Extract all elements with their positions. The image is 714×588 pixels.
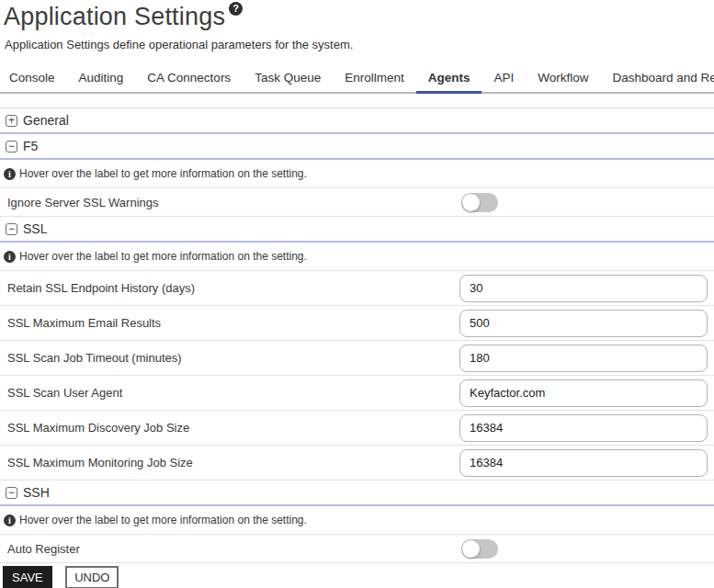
toggle-knob xyxy=(462,540,480,558)
setting-row-ssl-maximum-discovery-job-size: SSL Maximum Discovery Job Size xyxy=(0,411,714,446)
setting-control xyxy=(459,539,709,559)
tab-bar: ConsoleAuditingCA ConnectorsTask QueueEn… xyxy=(0,63,714,94)
tab-api[interactable]: API xyxy=(482,63,526,92)
setting-label-ssl-maximum-discovery-job-size: SSL Maximum Discovery Job Size xyxy=(7,421,459,435)
section-info-ssh: iHover over the label to get more inform… xyxy=(0,506,714,535)
section-header-ssl[interactable]: −SSL xyxy=(0,217,714,243)
info-icon: i xyxy=(4,251,16,263)
setting-label-ssl-scan-user-agent: SSL Scan User Agent xyxy=(7,386,459,400)
section-info-ssl: iHover over the label to get more inform… xyxy=(0,243,714,271)
save-button[interactable]: SAVE xyxy=(3,566,52,588)
input-ssl-maximum-discovery-job-size[interactable] xyxy=(459,414,708,442)
setting-label-ignore-server-ssl-warnings: Ignore Server SSL Warnings xyxy=(7,196,459,209)
tab-ca-connectors[interactable]: CA Connectors xyxy=(135,63,243,92)
toggle-ignore-server-ssl-warnings[interactable] xyxy=(461,193,498,212)
footer-actions: SAVE UNDO xyxy=(0,563,714,588)
tab-dashboard-and-reports[interactable]: Dashboard and Reports xyxy=(601,63,714,92)
setting-control xyxy=(459,414,709,442)
setting-label-auto-register: Auto Register xyxy=(7,542,459,556)
help-icon[interactable]: ? xyxy=(229,2,243,16)
page-title: Application Settings xyxy=(4,3,225,31)
toggle-auto-register[interactable] xyxy=(461,539,498,559)
section-title-ssh: SSH xyxy=(23,485,50,500)
section-title-ssl: SSL xyxy=(23,221,47,236)
info-text: Hover over the label to get more informa… xyxy=(19,514,307,526)
section-header-ssh[interactable]: −SSH xyxy=(0,481,714,506)
info-text: Hover over the label to get more informa… xyxy=(19,250,307,263)
collapse-icon[interactable]: − xyxy=(6,487,17,499)
section-header-general[interactable]: +General xyxy=(0,108,714,134)
input-ssl-maximum-email-results[interactable] xyxy=(459,310,708,337)
section-title-f5: F5 xyxy=(23,139,38,153)
setting-row-ssl-maximum-monitoring-job-size: SSL Maximum Monitoring Job Size xyxy=(0,446,714,481)
setting-row-ssl-scan-job-timeout-minutes: SSL Scan Job Timeout (minutes) xyxy=(0,341,714,376)
undo-button[interactable]: UNDO xyxy=(65,566,119,588)
setting-row-ssl-maximum-email-results: SSL Maximum Email Results xyxy=(0,306,714,341)
setting-control xyxy=(459,449,709,477)
input-retain-ssl-endpoint-history-days[interactable] xyxy=(459,275,708,302)
setting-row-ssl-scan-user-agent: SSL Scan User Agent xyxy=(0,376,714,411)
input-ssl-scan-user-agent[interactable] xyxy=(459,379,708,407)
tab-task-queue[interactable]: Task Queue xyxy=(243,63,333,92)
application-settings-page: Application Settings? Application Settin… xyxy=(0,0,714,588)
setting-label-ssl-maximum-email-results: SSL Maximum Email Results xyxy=(7,316,459,330)
info-icon: i xyxy=(4,168,16,180)
setting-label-ssl-scan-job-timeout-minutes: SSL Scan Job Timeout (minutes) xyxy=(7,351,459,365)
section-info-f5: iHover over the label to get more inform… xyxy=(0,160,714,188)
tab-agents[interactable]: Agents xyxy=(416,63,482,94)
page-subtitle: Application Settings define operational … xyxy=(5,38,714,51)
collapse-icon[interactable]: − xyxy=(6,223,17,235)
sections: +General−F5iHover over the label to get … xyxy=(0,107,714,563)
collapse-icon[interactable]: − xyxy=(6,141,17,153)
setting-label-ssl-maximum-monitoring-job-size: SSL Maximum Monitoring Job Size xyxy=(7,456,459,469)
setting-control xyxy=(459,193,709,212)
input-ssl-maximum-monitoring-job-size[interactable] xyxy=(459,449,708,477)
input-ssl-scan-job-timeout-minutes[interactable] xyxy=(459,345,708,372)
page-header: Application Settings? Application Settin… xyxy=(0,2,714,51)
setting-row-retain-ssl-endpoint-history-days: Retain SSL Endpoint History (days) xyxy=(0,271,714,306)
expand-icon[interactable]: + xyxy=(6,115,17,127)
setting-control xyxy=(459,379,709,407)
tab-workflow[interactable]: Workflow xyxy=(526,63,600,92)
tab-enrollment[interactable]: Enrollment xyxy=(333,63,416,92)
toggle-knob xyxy=(462,194,480,211)
info-text: Hover over the label to get more informa… xyxy=(19,167,307,180)
info-icon: i xyxy=(4,514,16,526)
tab-auditing[interactable]: Auditing xyxy=(67,63,136,92)
setting-label-retain-ssl-endpoint-history-days: Retain SSL Endpoint History (days) xyxy=(7,281,459,295)
tab-list: ConsoleAuditingCA ConnectorsTask QueueEn… xyxy=(0,63,714,92)
setting-row-auto-register: Auto Register xyxy=(0,535,714,563)
setting-row-ignore-server-ssl-warnings: Ignore Server SSL Warnings xyxy=(0,188,714,217)
setting-control xyxy=(459,310,709,337)
section-title-general: General xyxy=(23,113,69,128)
setting-control xyxy=(459,275,709,302)
tab-console[interactable]: Console xyxy=(0,63,67,92)
section-header-f5[interactable]: −F5 xyxy=(0,134,714,160)
setting-control xyxy=(459,345,709,372)
